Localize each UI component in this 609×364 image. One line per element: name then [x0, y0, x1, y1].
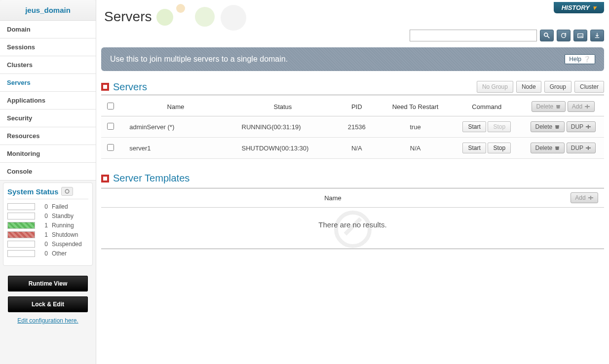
cell-name: adminServer (*) [119, 116, 231, 138]
xml-export-button[interactable]: XML [573, 30, 587, 41]
status-bar-icon [7, 231, 35, 238]
cell-status: SHUTDOWN(00:13:30) [232, 138, 334, 159]
sidebar-item-applications[interactable]: Applications [0, 92, 96, 109]
delete-icon [554, 124, 560, 129]
stop-button[interactable]: Stop [488, 121, 511, 132]
status-bar-icon [7, 250, 35, 257]
start-button[interactable]: Start [462, 143, 486, 153]
cell-pid: 21536 [334, 116, 380, 138]
help-button[interactable]: Help ❔ [565, 54, 595, 64]
search-input[interactable] [410, 30, 537, 41]
header-add-button[interactable]: Add [568, 101, 595, 112]
decorative-circles [156, 7, 255, 27]
plus-icon [588, 195, 594, 200]
row-delete-button[interactable]: Delete [531, 121, 565, 132]
status-row-shutdown: 1Shutdown [7, 231, 88, 238]
status-bar-icon [7, 241, 35, 248]
section-icon [101, 175, 109, 182]
delete-icon [554, 146, 560, 150]
cell-pid: N/A [334, 138, 380, 159]
status-row-suspended: 0Suspended [7, 241, 88, 248]
status-bar-icon [7, 222, 35, 229]
cell-restart: N/A [380, 138, 451, 159]
search-button[interactable] [540, 30, 554, 41]
col-command: Command [451, 97, 523, 116]
svg-text:XML: XML [579, 35, 584, 37]
system-status-title: System Status [7, 187, 58, 196]
main-content: HISTORY ▾ Servers XML Use this to join m… [96, 0, 609, 364]
chevron-down-icon: ▾ [593, 4, 596, 11]
sidebar-item-clusters[interactable]: Clusters [0, 56, 96, 74]
edit-configuration-link[interactable]: Edit configuration here. [8, 317, 88, 324]
cell-status: RUNNING(00:31:19) [232, 116, 334, 138]
domain-name-header[interactable]: jeus_domain [0, 0, 96, 21]
servers-section-title: Servers [113, 81, 147, 93]
sidebar-item-security[interactable]: Security [0, 109, 96, 127]
start-button[interactable]: Start [462, 121, 486, 132]
view-node-button[interactable]: Node [516, 81, 541, 93]
section-icon [101, 83, 109, 91]
status-bar-icon [7, 213, 35, 219]
status-row-standby: 0Standby [7, 213, 88, 219]
svg-point-1 [544, 33, 548, 36]
col-restart: Need To Restart [380, 97, 451, 116]
row-checkbox[interactable] [107, 123, 114, 130]
row-checkbox[interactable] [107, 144, 114, 151]
cell-name: server1 [119, 138, 231, 159]
col-status: Status [232, 97, 334, 116]
templates-table: Name Add [101, 188, 604, 208]
row-delete-button[interactable]: Delete [531, 143, 565, 153]
plus-icon [585, 124, 591, 129]
templates-empty-state: There are no results. [101, 208, 604, 249]
table-row: adminServer (*) RUNNING(00:31:19) 21536 … [101, 116, 604, 138]
status-row-running: 1Running [7, 222, 88, 229]
runtime-view-button[interactable]: Runtime View [8, 276, 88, 291]
refresh-button[interactable] [557, 30, 571, 41]
status-refresh-button[interactable] [61, 187, 73, 196]
sidebar-item-domain[interactable]: Domain [0, 21, 96, 38]
view-group-button[interactable]: Group [544, 81, 571, 93]
plus-icon [585, 146, 591, 150]
banner-text: Use this to join multiple servers to a s… [110, 55, 288, 64]
sidebar-item-sessions[interactable]: Sessions [0, 38, 96, 56]
status-row-other: 0Other [7, 250, 88, 257]
view-cluster-button[interactable]: Cluster [574, 81, 604, 93]
view-nogroup-button[interactable]: No Group [477, 81, 513, 93]
export-button[interactable] [590, 30, 604, 41]
col-name: Name [119, 97, 231, 116]
row-dup-button[interactable]: DUP [567, 121, 596, 132]
sidebar-item-monitoring[interactable]: Monitoring [0, 145, 96, 163]
templates-section-title: Server Templates [113, 173, 190, 184]
status-row-failed: 0Failed [7, 203, 88, 210]
history-button[interactable]: HISTORY ▾ [554, 2, 604, 13]
sidebar-item-servers[interactable]: Servers [0, 74, 96, 92]
sidebar-item-console[interactable]: Console [0, 163, 96, 181]
col-pid: PID [334, 97, 380, 116]
select-all-checkbox[interactable] [107, 103, 114, 109]
svg-point-0 [66, 189, 70, 193]
table-row: server1 SHUTDOWN(00:13:30) N/A N/A Start… [101, 138, 604, 159]
cell-restart: true [380, 116, 451, 138]
status-bar-icon [7, 203, 35, 210]
svg-line-2 [547, 36, 549, 38]
help-icon: ❔ [583, 56, 591, 63]
plus-icon [584, 104, 590, 109]
row-dup-button[interactable]: DUP [567, 143, 596, 153]
header-delete-button[interactable]: Delete [532, 101, 566, 112]
templates-add-button[interactable]: Add [571, 192, 598, 203]
system-status-panel: System Status 0Failed 0Standby 1Running … [3, 182, 93, 266]
sidebar-item-resources[interactable]: Resources [0, 127, 96, 145]
lock-edit-button[interactable]: Lock & Edit [8, 296, 88, 312]
tmpl-col-name: Name [101, 188, 565, 208]
page-title: Servers [104, 9, 152, 25]
domain-name-label: jeus_domain [25, 6, 71, 14]
sidebar: jeus_domain Domain Sessions Clusters Ser… [0, 0, 96, 364]
stop-button[interactable]: Stop [488, 143, 511, 153]
delete-icon [555, 104, 561, 109]
info-banner: Use this to join multiple servers to a s… [101, 47, 604, 71]
servers-table: Name Status PID Need To Restart Command … [101, 97, 604, 159]
